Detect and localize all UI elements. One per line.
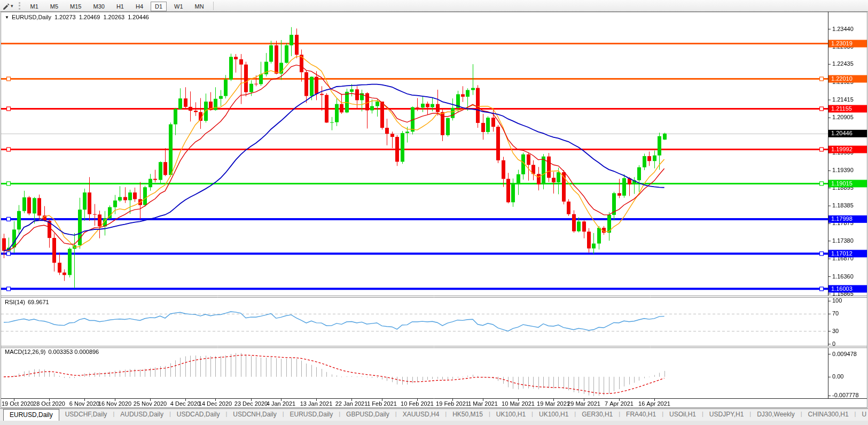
trading-terminal: { "toolbar": { "draw_tool_caret": "▾", "… [0, 0, 868, 425]
toolbar-separator [213, 2, 214, 10]
chart-tab-usoil-h1[interactable]: USOil,H1 [663, 409, 702, 421]
chart-tab-uk100-h1[interactable]: UK100,H1 [533, 409, 574, 421]
top-toolbar: ▾ M1M5M15M30H1H4D1W1MN [0, 0, 868, 12]
chart-tab-u[interactable]: U [856, 409, 868, 421]
chart-tab-uk100-h1[interactable]: UK100,H1 [490, 409, 531, 421]
chart-tab-gbpusd-daily[interactable]: GBPUSD,Daily [340, 409, 395, 421]
chart-tab-fra40-h1[interactable]: FRA40,H1 [620, 409, 662, 421]
timeframe-button-h4[interactable]: H4 [131, 2, 147, 11]
chart-tab-ger30-h1[interactable]: GER30,H1 [576, 409, 619, 421]
macd-indicator-label: MACD(12,26,9)0.003353 0.000896 [5, 349, 99, 355]
toolbar-grip [19, 2, 20, 10]
chart-tab-usdjpy-h1[interactable]: USDJPY,H1 [703, 409, 749, 421]
timeframe-button-m30[interactable]: M30 [89, 2, 109, 11]
timeframe-button-w1[interactable]: W1 [170, 2, 187, 11]
draw-tool-caret[interactable]: ▾ [11, 3, 15, 9]
close-value: 1.20446 [128, 14, 149, 20]
timeframe-button-h1[interactable]: H1 [112, 2, 128, 11]
chart-tab-hk50-m15[interactable]: HK50,M15 [447, 409, 489, 421]
timeframe-button-m1[interactable]: M1 [26, 2, 43, 11]
chart-tab-audusd-daily[interactable]: AUDUSD,Daily [114, 409, 169, 421]
rsi-name: RSI(14) [5, 299, 25, 305]
rsi-value: 69.9671 [28, 299, 49, 305]
rsi-indicator-label: RSI(14)69.9671 [5, 299, 49, 305]
chart-ohlc-header: ▼EURUSD,Daily1.202731.204691.202631.2044… [5, 14, 149, 20]
chart-tab-usdcad-daily[interactable]: USDCAD,Daily [171, 409, 226, 421]
timeframe-button-mn[interactable]: MN [191, 2, 208, 11]
price-chart-canvas[interactable] [0, 12, 868, 408]
collapse-chart-icon[interactable]: ▼ [5, 15, 9, 20]
chart-tabs-bar: EURUSD,DailyUSDCHF,Daily|AUDUSD,Daily|US… [0, 408, 868, 421]
open-value: 1.20273 [54, 14, 76, 20]
chart-tab-china300-h1[interactable]: CHINA300,H1 [802, 409, 855, 421]
chart-tab-dj30-weekly[interactable]: DJ30,Weekly [751, 409, 800, 421]
chart-tab-xauusd-h4[interactable]: XAUUSD,H4 [397, 409, 445, 421]
low-value: 1.20263 [103, 14, 124, 20]
draw-tool-icon[interactable] [1, 2, 11, 10]
high-value: 1.20469 [79, 14, 100, 20]
chart-tab-eurusd-daily[interactable]: EURUSD,Daily [284, 409, 339, 421]
chart-tab-eurusd-daily[interactable]: EURUSD,Daily [3, 409, 59, 421]
chart-tab-usdchf-daily[interactable]: USDCHF,Daily [59, 409, 113, 421]
macd-name: MACD(12,26,9) [5, 349, 45, 355]
chart-tab-usdcnh-daily[interactable]: USDCNH,Daily [227, 409, 282, 421]
chart-symbol-label: EURUSD,Daily [12, 14, 51, 20]
timeframe-buttons: M1M5M15M30H1H4D1W1MN [25, 1, 210, 11]
timeframe-button-m5[interactable]: M5 [46, 2, 62, 11]
timeframe-button-d1[interactable]: D1 [151, 2, 167, 11]
timeframe-button-m15[interactable]: M15 [66, 2, 85, 11]
macd-values: 0.003353 0.000896 [48, 349, 99, 355]
